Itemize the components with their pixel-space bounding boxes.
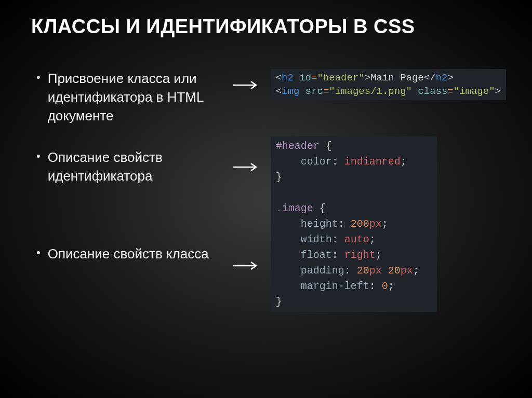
- code-column: <h2 id="header">Main Page</h2> <img src=…: [271, 69, 506, 312]
- slide-title: КЛАССЫ И ИДЕНТИФИКАТОРЫ В CSS: [31, 16, 506, 38]
- bullet-dot-icon: •: [36, 148, 41, 164]
- arrow-right-icon: [232, 162, 260, 172]
- bullets-column: • Присвоение класса или идентификатора в…: [26, 69, 222, 312]
- bullet-item-2: • Описание свойств идентификатора: [36, 148, 222, 185]
- slide: КЛАССЫ И ИДЕНТИФИКАТОРЫ В CSS • Присвоен…: [0, 0, 532, 398]
- bullet-text: Описание свойств идентификатора: [48, 148, 222, 185]
- code-block-html: <h2 id="header">Main Page</h2> <img src=…: [271, 69, 506, 100]
- code-block-css: #header { color: indianred; } .image { h…: [271, 136, 437, 312]
- bullet-dot-icon: •: [36, 244, 41, 261]
- arrow-right-icon: [232, 261, 260, 270]
- arrow-right-icon: [232, 80, 260, 90]
- content-row: • Присвоение класса или идентификатора в…: [26, 69, 506, 312]
- bullet-item-3: • Описание свойств класса: [36, 244, 222, 263]
- arrows-column: [232, 69, 260, 312]
- bullet-item-1: • Присвоение класса или идентификатора в…: [36, 69, 222, 125]
- bullet-dot-icon: •: [36, 69, 41, 86]
- bullet-text: Присвоение класса или идентификатора в H…: [48, 69, 222, 125]
- bullet-text: Описание свойств класса: [48, 244, 209, 263]
